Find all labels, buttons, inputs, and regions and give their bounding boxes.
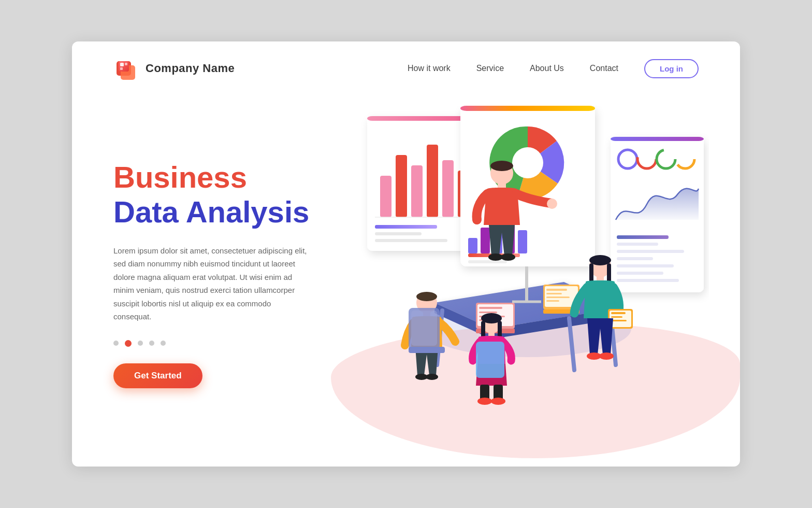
svg-rect-20	[460, 106, 595, 111]
hero-title: Business Data Analysis	[113, 160, 362, 229]
svg-point-73	[426, 374, 438, 380]
svg-rect-42	[617, 279, 679, 282]
dot-0[interactable]	[113, 341, 119, 346]
svg-rect-10	[396, 155, 407, 217]
svg-rect-5	[125, 63, 127, 65]
svg-rect-41	[617, 272, 663, 275]
svg-point-83	[477, 398, 492, 405]
logo-icon	[113, 56, 138, 81]
nav-how-it-work[interactable]: How it work	[408, 64, 451, 73]
dot-3[interactable]	[149, 341, 154, 346]
svg-rect-57	[479, 307, 502, 309]
nav-contact[interactable]: Contact	[590, 64, 618, 73]
svg-rect-29	[468, 260, 507, 263]
hero-title-line1: Business	[113, 160, 362, 195]
svg-rect-85	[476, 342, 504, 378]
svg-rect-27	[518, 230, 527, 253]
hero-section: Business Data Analysis Lorem ipsum dolor…	[72, 95, 740, 443]
logo-area: Company Name	[113, 56, 235, 81]
svg-rect-18	[375, 239, 447, 242]
svg-point-97	[599, 352, 614, 360]
svg-rect-36	[617, 235, 669, 239]
svg-rect-16	[375, 225, 437, 229]
svg-rect-95	[611, 320, 627, 321]
nav-about-us[interactable]: About Us	[530, 64, 564, 73]
svg-rect-4	[120, 63, 124, 66]
svg-rect-8	[367, 116, 476, 121]
hero-illustration	[362, 106, 699, 443]
svg-rect-94	[611, 316, 622, 318]
svg-rect-24	[481, 228, 490, 253]
svg-point-69	[416, 292, 437, 301]
svg-point-66	[488, 253, 503, 261]
dot-1[interactable]	[125, 340, 132, 347]
svg-rect-17	[375, 232, 422, 235]
company-name-text: Company Name	[146, 62, 235, 75]
svg-rect-23	[468, 238, 477, 253]
hero-text: Business Data Analysis Lorem ipsum dolor…	[113, 160, 362, 388]
dot-4[interactable]	[161, 341, 166, 346]
svg-rect-89	[607, 263, 611, 283]
svg-rect-40	[617, 264, 674, 267]
svg-rect-75	[411, 311, 437, 346]
svg-point-84	[491, 398, 505, 405]
svg-rect-51	[546, 293, 562, 294]
svg-rect-9	[380, 176, 392, 217]
page-card: Company Name How it work Service About U…	[72, 41, 740, 467]
svg-point-22	[512, 147, 543, 178]
svg-point-63	[490, 161, 513, 171]
svg-rect-12	[427, 145, 438, 217]
svg-rect-11	[411, 165, 423, 217]
svg-rect-39	[617, 257, 653, 260]
isometric-scene	[346, 106, 709, 427]
hero-title-line2: Data Analysis	[113, 195, 362, 230]
nav-service[interactable]: Service	[476, 64, 504, 73]
dot-2[interactable]	[138, 341, 143, 346]
svg-rect-6	[120, 67, 123, 70]
svg-rect-50	[546, 289, 567, 291]
svg-rect-37	[617, 243, 658, 246]
svg-point-65	[547, 199, 557, 209]
svg-rect-13	[442, 160, 454, 217]
header: Company Name How it work Service About U…	[72, 41, 740, 95]
svg-point-67	[501, 253, 515, 261]
svg-rect-31	[611, 137, 704, 141]
svg-point-96	[587, 352, 601, 360]
svg-rect-52	[546, 297, 570, 298]
svg-rect-58	[479, 312, 497, 313]
svg-rect-38	[617, 250, 684, 253]
get-started-button[interactable]: Get Started	[113, 363, 202, 388]
carousel-dots	[113, 340, 362, 347]
svg-rect-3	[119, 61, 129, 72]
svg-rect-93	[611, 312, 626, 314]
main-nav: How it work Service About Us Contact Log…	[408, 59, 699, 78]
login-button[interactable]: Log in	[644, 59, 699, 78]
svg-rect-53	[546, 300, 559, 302]
hero-description: Lorem ipsum dolor sit amet, consectetuer…	[113, 244, 310, 323]
